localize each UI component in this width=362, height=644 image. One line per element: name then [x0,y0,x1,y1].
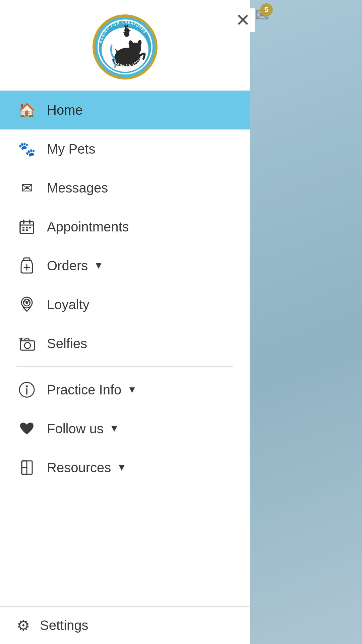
nav-item-my-pets[interactable]: 🐾 My Pets [0,129,250,168]
settings-bar[interactable]: ⚙ Settings [0,606,250,644]
svg-rect-25 [22,229,24,231]
svg-point-41 [26,385,28,387]
svg-rect-24 [29,227,31,228]
settings-label: Settings [40,618,88,633]
message-badge-area[interactable]: ✉ 5 [255,5,269,25]
nav-divider [0,366,250,367]
nav-label-follow-us: Follow us [47,421,104,436]
practice-info-chevron-icon: ▼ [127,384,137,395]
nav-label-loyalty: Loyalty [47,297,89,312]
svg-rect-23 [26,227,28,228]
info-icon [17,380,37,400]
nav-label-messages: Messages [47,180,108,196]
follow-us-chevron-icon: ▼ [110,423,119,434]
svg-rect-26 [26,229,28,231]
app-logo: KARING FOR KREATURES VETERINARY HOSPITAL [92,13,159,80]
orders-chevron-icon: ▼ [94,260,103,271]
nav-item-selfies[interactable]: Selfies [0,324,250,363]
nav-item-follow-us[interactable]: Follow us ▼ [0,409,250,448]
svg-point-39 [24,342,31,348]
calendar-icon [17,217,37,237]
nav-label-resources: Resources [47,460,111,475]
svg-point-33 [24,300,26,302]
nav-item-practice-info[interactable]: Practice Info ▼ [0,370,250,409]
home-icon: 🏠 [17,100,37,120]
close-icon: ✕ [236,10,250,30]
loyalty-icon [17,294,37,315]
nav-item-messages[interactable]: ✉ Messages [0,168,250,207]
message-count-badge: 5 [260,3,273,16]
svg-point-35 [23,302,24,304]
background-overlay [250,0,362,644]
svg-point-32 [25,301,28,304]
resources-chevron-icon: ▼ [117,462,126,473]
heart-icon [17,419,37,439]
svg-point-14 [124,28,129,33]
nav-label-selfies: Selfies [47,336,87,351]
svg-point-36 [29,302,31,304]
nav-label-appointments: Appointments [47,219,129,234]
nav-label-home: Home [47,103,83,118]
nav-item-loyalty[interactable]: Loyalty [0,285,250,324]
nav-item-resources[interactable]: Resources ▼ [0,448,250,487]
nav-label-my-pets: My Pets [47,142,95,157]
camera-icon [17,333,37,354]
gear-icon: ⚙ [17,617,30,634]
nav-list: 🏠 Home 🐾 My Pets ✉ Messages [0,91,250,606]
navigation-drawer: KARING FOR KREATURES VETERINARY HOSPITAL… [0,0,250,644]
nav-label-practice-info: Practice Info [47,382,121,397]
svg-rect-22 [22,227,24,228]
svg-point-34 [28,300,30,302]
nav-label-orders: Orders [47,258,88,273]
book-icon [17,458,37,478]
nav-item-orders[interactable]: Orders ▼ [0,246,250,285]
bottle-icon [17,256,37,276]
svg-point-10 [115,51,123,59]
nav-item-appointments[interactable]: Appointments [0,207,250,246]
logo-area: KARING FOR KREATURES VETERINARY HOSPITAL [0,0,250,91]
close-button[interactable]: ✕ [231,8,255,32]
paw-icon: 🐾 [17,139,37,159]
envelope-icon: ✉ [17,178,37,198]
nav-item-home[interactable]: 🏠 Home [0,91,250,129]
